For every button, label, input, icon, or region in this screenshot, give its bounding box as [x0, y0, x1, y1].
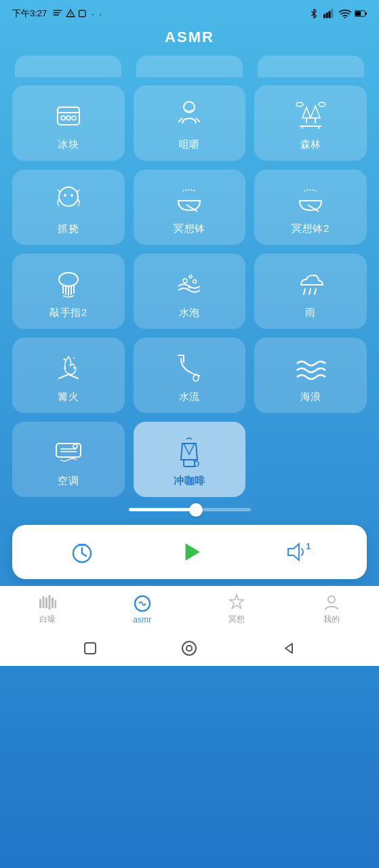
bowl1-label: 冥想钵 [174, 222, 205, 235]
svg-marker-23 [302, 107, 311, 118]
svg-line-54 [59, 374, 68, 378]
timer-button[interactable] [68, 538, 96, 566]
svg-point-77 [328, 596, 335, 603]
coffee-label: 冲咖啡 [174, 475, 205, 488]
svg-marker-76 [230, 595, 243, 608]
svg-point-56 [63, 359, 65, 361]
svg-rect-71 [45, 597, 47, 608]
sys-home-button[interactable] [180, 639, 199, 658]
svg-point-61 [73, 444, 77, 448]
volume-level: 1 [306, 541, 311, 551]
grid-item-ac[interactable]: 空调 [12, 422, 125, 497]
slider-thumb[interactable] [189, 503, 203, 517]
forest-icon [293, 98, 328, 133]
svg-point-17 [61, 116, 65, 120]
svg-point-34 [71, 194, 73, 197]
ice-label: 冰块 [58, 138, 79, 151]
nav-meditation-label: 冥想 [228, 614, 245, 625]
svg-rect-13 [355, 12, 361, 16]
grid-item-bowl1[interactable]: 冥想钵 [134, 170, 246, 245]
svg-point-30 [296, 102, 303, 106]
svg-rect-70 [42, 596, 44, 608]
svg-rect-9 [329, 11, 331, 18]
coffee-icon [172, 434, 207, 469]
rain-label: 雨 [305, 307, 316, 319]
svg-marker-25 [311, 106, 320, 118]
svg-point-18 [66, 116, 71, 120]
grid-item-ice[interactable]: 冰块 [12, 85, 125, 161]
svg-rect-72 [48, 595, 50, 610]
svg-line-55 [68, 374, 78, 378]
svg-rect-73 [52, 597, 54, 608]
svg-point-79 [182, 642, 196, 655]
svg-line-21 [178, 118, 182, 122]
campfire-icon [51, 350, 86, 385]
volume-button[interactable]: 1 [284, 538, 311, 566]
sys-square-button[interactable] [81, 639, 100, 658]
grid-item-campfire[interactable]: 篝火 [12, 338, 125, 413]
grid-item-wave[interactable]: 海浪 [254, 338, 367, 413]
person-icon [323, 593, 340, 611]
sys-back-button[interactable] [279, 639, 298, 658]
star-icon [228, 593, 245, 611]
svg-rect-62 [184, 460, 195, 467]
slider-area [0, 497, 379, 521]
svg-point-31 [319, 102, 325, 106]
svg-line-65 [82, 553, 86, 556]
system-nav [0, 631, 379, 666]
svg-line-22 [196, 118, 200, 122]
campfire-label: 篝火 [58, 391, 79, 403]
tap-label: 敲手指2 [49, 307, 87, 319]
nav-mine-label: 我的 [323, 614, 340, 625]
bars-icon [39, 593, 56, 611]
grid-item-forest[interactable]: 森林 [254, 85, 367, 161]
play-icon [175, 537, 205, 567]
svg-rect-8 [326, 13, 328, 18]
tap-icon [51, 266, 86, 301]
svg-rect-74 [54, 600, 56, 608]
svg-line-52 [309, 289, 311, 294]
grid-item-chew[interactable]: 咀嚼 [134, 85, 246, 161]
nav-asmr-label: asmr [133, 615, 151, 625]
ac-label: 空调 [58, 475, 79, 488]
ac-icon [51, 434, 86, 469]
svg-rect-6 [79, 10, 85, 16]
svg-line-53 [315, 289, 316, 294]
svg-point-11 [344, 17, 346, 18]
play-button[interactable] [175, 537, 205, 567]
slider-fill [129, 508, 196, 511]
bowl1-icon [172, 182, 207, 217]
grid-item-coffee[interactable]: 冲咖啡 [134, 422, 246, 497]
wave-label: 海浪 [300, 391, 321, 403]
nav-whitenoise-label: 白噪 [39, 614, 56, 625]
grid-item-rain[interactable]: 雨 [254, 254, 367, 329]
svg-rect-7 [323, 14, 325, 18]
svg-point-5 [71, 16, 71, 16]
nav-asmr[interactable]: asmr [119, 595, 166, 625]
nav-meditation[interactable]: 冥想 [213, 593, 260, 625]
status-bar: 下午3:27 · · [0, 0, 379, 24]
svg-point-49 [193, 280, 197, 283]
slider-track[interactable] [129, 508, 251, 511]
nav-mine[interactable]: 我的 [308, 593, 355, 625]
grid-item-scratch[interactable]: 抓挠 [12, 170, 125, 245]
app-title: ASMR [0, 24, 379, 56]
bubble-label: 水泡 [179, 307, 200, 319]
svg-marker-81 [285, 644, 292, 653]
sound-grid: 冰块 咀嚼 [0, 85, 379, 497]
nav-whitenoise[interactable]: 白噪 [24, 593, 71, 625]
status-icons [308, 9, 367, 18]
ice-icon [51, 98, 86, 133]
wave-icon [293, 350, 328, 385]
grid-item-water[interactable]: 水流 [134, 338, 246, 413]
scratch-label: 抓挠 [58, 222, 79, 235]
grid-item-bubble[interactable]: 水泡 [134, 254, 246, 329]
svg-marker-68 [288, 544, 299, 560]
asmr-nav-icon [134, 595, 151, 612]
grid-item-bowl2[interactable]: 冥想钵2 [254, 170, 367, 245]
water-label: 水流 [179, 391, 200, 403]
svg-point-33 [64, 194, 66, 197]
svg-marker-67 [186, 544, 199, 560]
svg-line-51 [304, 289, 305, 294]
grid-item-tap[interactable]: 敲手指2 [12, 254, 125, 329]
